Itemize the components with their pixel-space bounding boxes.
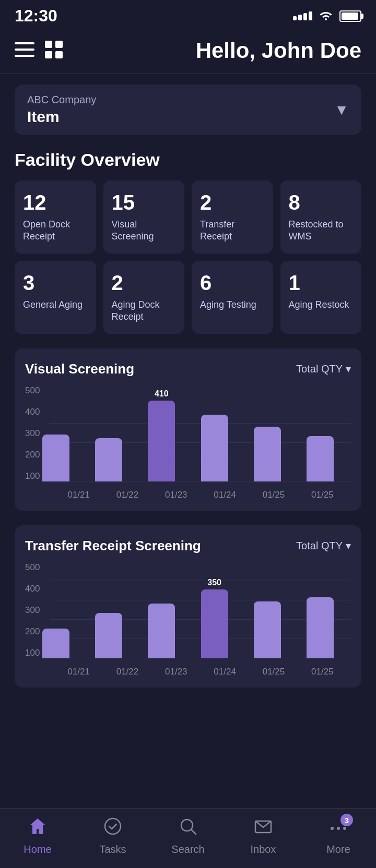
chart-header-visual: Visual Screening Total QTY ▾ (25, 361, 351, 377)
stat-label-aging-testing: Aging Testing (200, 299, 265, 311)
stat-card-visual-screening[interactable]: 15 Visual Screening (103, 180, 185, 254)
bar-01-25a-transfer (254, 601, 281, 658)
nav-item-search[interactable]: Search (162, 817, 214, 855)
stat-number-aging-restock: 1 (289, 271, 354, 295)
stat-card-open-dock-receipt[interactable]: 12 Open Dock Receipt (15, 180, 96, 254)
svg-rect-2 (15, 55, 34, 57)
bar-01-24-visual (201, 415, 228, 481)
stats-grid: 12 Open Dock Receipt 15 Visual Screening… (0, 180, 376, 348)
svg-point-7 (105, 818, 121, 834)
svg-rect-4 (55, 41, 63, 48)
visual-screening-chart-title: Visual Screening (25, 361, 134, 377)
svg-point-13 (343, 827, 346, 830)
stat-label-visual: Visual Screening (112, 219, 177, 243)
bars-row-visual: 410 (25, 385, 351, 481)
chevron-down-icon: ▾ (346, 363, 351, 375)
stat-number-visual: 15 (112, 191, 177, 214)
visual-screening-chart: Visual Screening Total QTY ▾ 500 400 300… (15, 348, 361, 511)
bottom-nav: Home Tasks Search Inbox (0, 808, 376, 868)
bars-row-transfer: 350 (25, 562, 351, 658)
svg-rect-6 (55, 51, 63, 58)
transfer-receipt-chart: Transfer Receipt Screening Total QTY ▾ 5… (15, 525, 361, 688)
bar-01-25a-visual (254, 427, 281, 481)
chevron-down-icon: ▾ (346, 539, 351, 552)
status-bar: 12:30 (0, 0, 376, 30)
stat-label-open-dock: Open Dock Receipt (23, 219, 88, 243)
transfer-receipt-chart-title: Transfer Receipt Screening (25, 538, 201, 554)
facility-overview-title: Facility Overview (0, 150, 376, 180)
x-labels-visual: 01/21 01/22 01/23 01/24 01/25 01/25 (50, 490, 351, 500)
tasks-icon (103, 817, 122, 840)
chevron-down-icon: ▼ (334, 102, 349, 118)
company-info: ABC Company Item (27, 94, 96, 126)
svg-rect-0 (15, 42, 34, 44)
signal-icon (293, 11, 312, 20)
nav-item-more[interactable]: 3 More (312, 817, 365, 855)
header-divider (0, 74, 376, 74)
stat-card-general-aging[interactable]: 3 General Aging (15, 261, 96, 334)
nav-item-inbox[interactable]: Inbox (237, 817, 289, 855)
bar-value-label: 410 (155, 389, 169, 399)
bar-01-23-transfer (148, 604, 175, 658)
stat-label-general-aging: General Aging (23, 299, 88, 311)
wifi-icon (319, 9, 333, 23)
bar-01-25b-visual (307, 436, 334, 481)
bar-01-23-visual: 410 (148, 389, 175, 481)
bar-01-22-visual (95, 438, 122, 481)
transfer-receipt-filter[interactable]: Total QTY ▾ (296, 539, 351, 552)
visual-screening-chart-area: 500 400 300 200 100 (25, 385, 351, 500)
stat-label-restocked: Restocked to WMS (289, 219, 354, 243)
stat-label-aging-dock: Aging Dock Receipt (112, 299, 177, 323)
status-icons (293, 9, 361, 23)
nav-label-search: Search (171, 843, 204, 855)
inbox-icon (254, 817, 273, 840)
stat-card-restocked-wms[interactable]: 8 Restocked to WMS (280, 180, 362, 254)
stat-card-aging-dock-receipt[interactable]: 2 Aging Dock Receipt (103, 261, 185, 334)
more-icon: 3 (329, 817, 348, 840)
battery-icon (339, 10, 361, 22)
bar-01-25b-transfer (307, 597, 334, 658)
company-name: ABC Company (27, 94, 96, 106)
chart-header-transfer: Transfer Receipt Screening Total QTY ▾ (25, 538, 351, 554)
bar-01-21-transfer (42, 629, 69, 658)
page-title: Hello, John Doe (63, 38, 361, 63)
nav-item-tasks[interactable]: Tasks (87, 817, 139, 855)
nav-label-inbox: Inbox (251, 843, 276, 855)
more-badge: 3 (340, 814, 353, 826)
bar-01-21-visual (42, 435, 69, 481)
svg-point-12 (337, 827, 340, 830)
app-header: Hello, John Doe (0, 30, 376, 74)
nav-item-home[interactable]: Home (11, 817, 64, 855)
stat-number-open-dock: 12 (23, 191, 88, 214)
stat-card-aging-restock[interactable]: 1 Aging Restock (280, 261, 362, 334)
stat-card-transfer-receipt[interactable]: 2 Transfer Receipt (192, 180, 273, 254)
stat-number-aging-dock: 2 (112, 271, 177, 295)
svg-line-9 (191, 829, 196, 834)
bar-01-24-transfer: 350 (201, 578, 228, 658)
visual-screening-filter[interactable]: Total QTY ▾ (296, 363, 351, 375)
stat-number-transfer: 2 (200, 191, 265, 214)
bar-value-label: 350 (207, 578, 221, 587)
home-icon (28, 817, 47, 840)
stat-label-transfer: Transfer Receipt (200, 219, 265, 243)
svg-rect-1 (15, 49, 34, 51)
nav-label-home: Home (24, 843, 51, 855)
selected-item: Item (27, 108, 96, 126)
grid-view-button[interactable] (45, 41, 63, 61)
search-icon (179, 817, 197, 840)
x-labels-transfer: 01/21 01/22 01/23 01/24 01/25 01/25 (50, 667, 351, 677)
header-icons (15, 41, 63, 61)
stat-number-aging-testing: 6 (200, 271, 265, 295)
svg-rect-5 (45, 51, 52, 58)
bar-01-22-transfer (95, 613, 122, 658)
hamburger-menu-button[interactable] (15, 42, 34, 59)
transfer-receipt-chart-area: 500 400 300 200 100 (25, 562, 351, 677)
stat-number-general-aging: 3 (23, 271, 88, 295)
nav-label-more: More (326, 843, 350, 855)
status-time: 12:30 (15, 6, 57, 26)
company-selector[interactable]: ABC Company Item ▼ (15, 85, 361, 135)
svg-point-11 (331, 827, 334, 830)
stat-number-restocked: 8 (289, 191, 354, 214)
stat-card-aging-testing[interactable]: 6 Aging Testing (192, 261, 273, 334)
nav-label-tasks: Tasks (99, 843, 126, 855)
